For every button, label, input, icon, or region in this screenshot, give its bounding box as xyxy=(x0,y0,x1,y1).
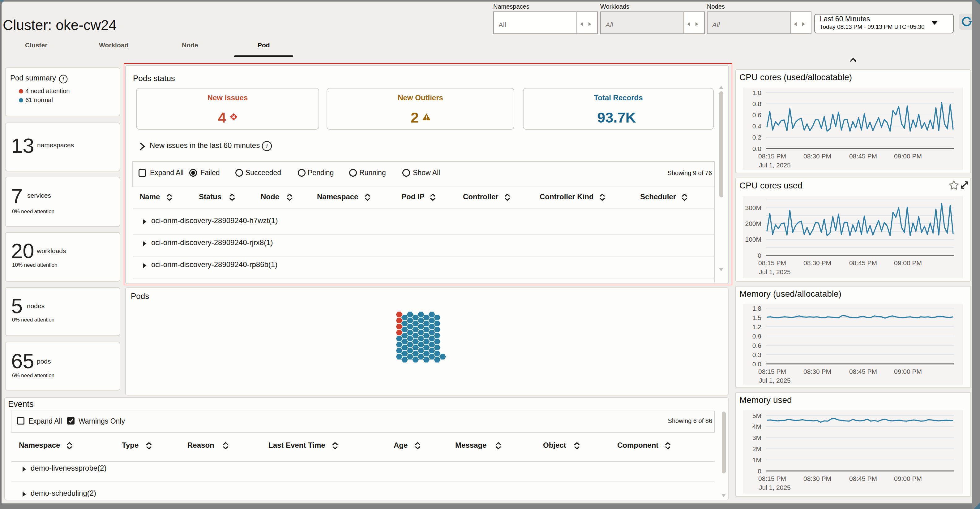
svg-text:08:45 PM: 08:45 PM xyxy=(849,368,877,375)
svg-text:0.0: 0.0 xyxy=(752,145,761,152)
svg-text:0.4: 0.4 xyxy=(752,123,762,130)
svg-text:0.9: 0.9 xyxy=(752,333,761,340)
svg-text:08:15 PM: 08:15 PM xyxy=(758,153,786,160)
svg-text:100M: 100M xyxy=(745,236,761,243)
svg-text:08:15 PM: 08:15 PM xyxy=(758,368,786,375)
svg-text:09:00 PM: 09:00 PM xyxy=(894,368,922,375)
svg-text:5M: 5M xyxy=(752,412,761,419)
svg-text:3M: 3M xyxy=(752,434,761,441)
svg-text:08:30 PM: 08:30 PM xyxy=(803,368,831,375)
svg-text:0.6: 0.6 xyxy=(752,342,761,349)
svg-text:1.8: 1.8 xyxy=(752,305,761,312)
svg-text:Jul 1, 2025: Jul 1, 2025 xyxy=(759,161,791,169)
svg-text:200M: 200M xyxy=(745,220,761,227)
svg-text:08:45 PM: 08:45 PM xyxy=(849,259,877,266)
svg-text:1M: 1M xyxy=(752,456,761,464)
svg-text:08:45 PM: 08:45 PM xyxy=(849,475,877,482)
svg-text:09:00 PM: 09:00 PM xyxy=(894,475,922,482)
svg-text:300M: 300M xyxy=(745,204,761,211)
svg-text:0: 0 xyxy=(758,468,761,475)
svg-text:0.2: 0.2 xyxy=(752,134,761,141)
svg-text:Jul 1, 2025: Jul 1, 2025 xyxy=(759,484,791,491)
svg-text:09:00 PM: 09:00 PM xyxy=(894,153,922,160)
svg-text:09:00 PM: 09:00 PM xyxy=(894,259,922,266)
svg-text:4M: 4M xyxy=(752,423,761,430)
svg-text:Jul 1, 2025: Jul 1, 2025 xyxy=(759,377,791,384)
svg-text:08:15 PM: 08:15 PM xyxy=(758,475,786,482)
svg-text:08:45 PM: 08:45 PM xyxy=(849,153,877,160)
svg-text:08:15 PM: 08:15 PM xyxy=(758,259,786,266)
svg-text:0: 0 xyxy=(758,252,761,259)
svg-text:1.0: 1.0 xyxy=(752,89,761,96)
svg-text:08:30 PM: 08:30 PM xyxy=(803,259,831,266)
svg-text:Jul 1, 2025: Jul 1, 2025 xyxy=(759,268,791,275)
svg-text:08:30 PM: 08:30 PM xyxy=(803,475,831,482)
svg-text:0.8: 0.8 xyxy=(752,100,761,107)
svg-text:0.0: 0.0 xyxy=(752,361,761,368)
svg-text:2M: 2M xyxy=(752,445,761,452)
svg-text:0.6: 0.6 xyxy=(752,112,761,118)
svg-text:0.3: 0.3 xyxy=(752,351,761,358)
svg-text:1.5: 1.5 xyxy=(752,314,761,321)
svg-text:08:30 PM: 08:30 PM xyxy=(803,153,831,160)
svg-text:1.2: 1.2 xyxy=(752,323,761,330)
